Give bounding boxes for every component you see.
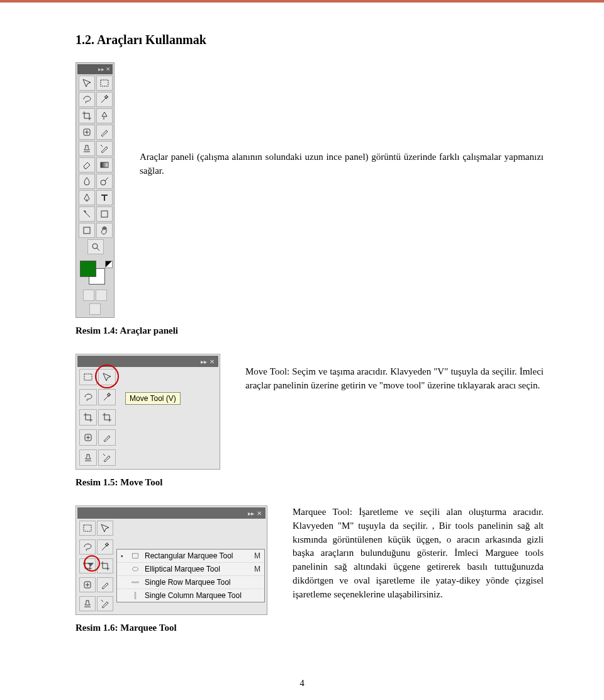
flyout-item-elliptical[interactable]: Elliptical Marquee Tool M	[117, 563, 264, 576]
heal-icon[interactable]	[79, 125, 95, 140]
history-brush-icon[interactable]	[97, 596, 113, 611]
stamp-icon[interactable]	[79, 449, 97, 466]
figure-tools-panel: ▸▸ ✕	[76, 62, 115, 318]
rectangular-marquee-icon	[130, 551, 141, 560]
blur-icon[interactable]	[79, 174, 95, 189]
panel-tabbar: ▸▸ ✕	[77, 356, 218, 367]
figure-marquee-tool: ▸▸ ✕	[76, 505, 267, 615]
quickmask-mode-icon[interactable]	[96, 290, 107, 301]
marquee-icon[interactable]	[79, 521, 96, 536]
standard-mode-icon[interactable]	[83, 290, 94, 301]
active-dot-icon: •	[121, 553, 126, 560]
wand-icon[interactable]	[96, 92, 113, 107]
history-brush-icon[interactable]	[96, 141, 113, 156]
color-swatches[interactable]	[79, 259, 111, 286]
notes-icon[interactable]	[79, 223, 95, 238]
shape-icon[interactable]	[96, 206, 113, 222]
lasso-icon[interactable]	[79, 539, 96, 555]
figure-move-tool: ▸▸ ✕ Move To	[76, 354, 220, 470]
dodge-icon[interactable]	[96, 174, 113, 189]
move-icon[interactable]	[98, 369, 116, 385]
type-icon[interactable]	[96, 190, 113, 205]
brush-icon[interactable]	[98, 429, 116, 446]
tools-panel-paragraph: Araçlar paneli (çalışma alanının solunda…	[140, 150, 544, 178]
single-column-marquee-icon	[130, 591, 141, 600]
flyout-item-rectangular[interactable]: • Rectangular Marquee Tool M	[117, 550, 264, 563]
flyout-label: Rectangular Marquee Tool	[145, 551, 248, 560]
close-icon[interactable]: ✕	[257, 510, 262, 517]
page-number: 4	[0, 678, 604, 689]
caption-move-tool: Resim 1.5: Move Tool	[76, 477, 544, 488]
flyout-label: Single Row Marquee Tool	[145, 578, 248, 587]
close-icon[interactable]: ✕	[106, 67, 111, 72]
collapse-icon[interactable]: ▸▸	[98, 67, 104, 72]
flyout-triangle-icon	[87, 563, 94, 567]
marquee-icon[interactable]	[79, 369, 97, 385]
brush-icon[interactable]	[96, 125, 113, 140]
collapse-icon[interactable]: ▸▸	[201, 358, 207, 365]
panel-tabbar: ▸▸ ✕	[77, 64, 113, 74]
brush-icon[interactable]	[97, 577, 113, 592]
lasso-icon[interactable]	[79, 389, 97, 405]
crop-icon[interactable]	[79, 108, 95, 123]
move-tool-tooltip: Move Tool (V)	[125, 392, 181, 405]
crop-icon[interactable]	[79, 409, 97, 426]
collapse-icon[interactable]: ▸▸	[248, 510, 254, 517]
slice-icon[interactable]	[97, 558, 113, 573]
zoom-icon[interactable]	[87, 239, 104, 254]
panel-tabbar: ▸▸ ✕	[77, 507, 266, 519]
heal-icon[interactable]	[79, 429, 97, 446]
lasso-icon[interactable]	[79, 92, 95, 107]
marquee-tool-paragraph: Marquee Tool: İşaretleme ve seçili alan …	[293, 505, 544, 601]
elliptical-marquee-icon	[130, 565, 141, 573]
wand-icon[interactable]	[98, 389, 116, 405]
caption-marquee-tool: Resim 1.6: Marquee Tool	[76, 623, 544, 633]
eraser-icon[interactable]	[79, 157, 95, 172]
screen-mode-icon[interactable]	[89, 303, 101, 315]
stamp-icon[interactable]	[79, 141, 95, 156]
flyout-shortcut: M	[252, 551, 260, 560]
caption-tools-panel: Resim 1.4: Araçlar paneli	[76, 325, 544, 336]
default-swatch-icon[interactable]	[105, 261, 113, 268]
pen-icon[interactable]	[79, 190, 95, 205]
move-icon[interactable]	[97, 521, 113, 536]
stamp-icon[interactable]	[79, 596, 96, 611]
slice-icon[interactable]	[98, 409, 116, 426]
marquee-icon[interactable]	[96, 76, 113, 91]
flyout-shortcut: M	[252, 565, 260, 573]
heal-icon[interactable]	[79, 577, 96, 592]
foreground-swatch[interactable]	[80, 261, 96, 277]
path-select-icon[interactable]	[79, 206, 95, 222]
flyout-item-single-column[interactable]: Single Column Marquee Tool	[117, 589, 264, 602]
wand-icon[interactable]	[97, 539, 113, 555]
close-icon[interactable]: ✕	[210, 358, 215, 365]
move-tool-paragraph: Move Tool: Seçim ve taşıma aracıdır. Kla…	[245, 365, 544, 393]
eyedropper-icon[interactable]	[96, 108, 113, 123]
single-row-marquee-icon	[130, 578, 141, 587]
move-icon[interactable]	[79, 76, 95, 91]
flyout-label: Elliptical Marquee Tool	[145, 565, 248, 573]
gradient-icon[interactable]	[96, 157, 113, 172]
hand-icon[interactable]	[96, 223, 113, 238]
flyout-item-single-row[interactable]: Single Row Marquee Tool	[117, 576, 264, 589]
flyout-label: Single Column Marquee Tool	[145, 591, 248, 600]
section-heading: 1.2. Araçları Kullanmak	[76, 33, 544, 47]
history-brush-icon[interactable]	[98, 449, 116, 466]
marquee-flyout-menu: • Rectangular Marquee Tool M Elliptical …	[116, 549, 265, 602]
